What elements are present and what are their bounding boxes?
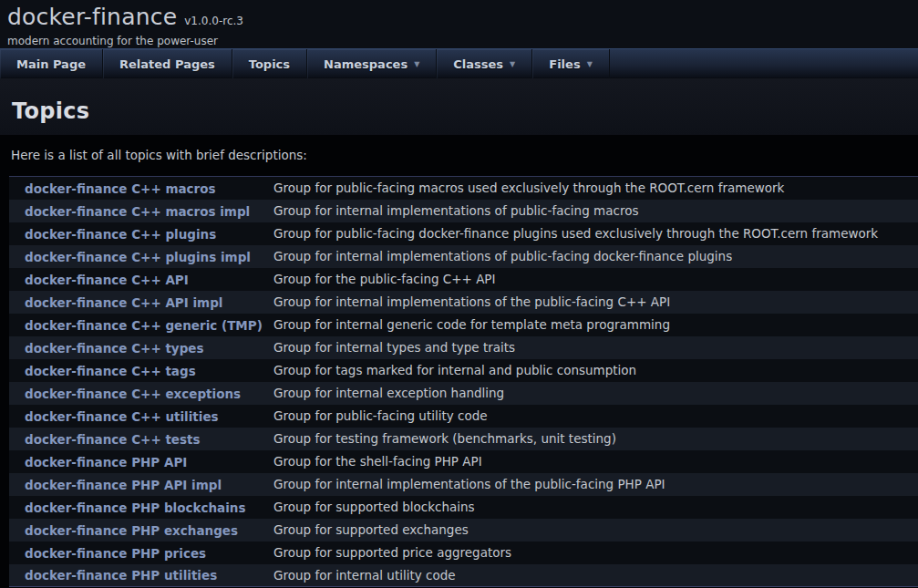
table-row: docker-finance PHP utilities Group for i… bbox=[9, 564, 918, 587]
table-row: docker-finance C++ macros impl Group for… bbox=[9, 200, 918, 222]
page-title: Topics bbox=[12, 98, 906, 124]
topic-entry-cell: docker-finance PHP exchanges bbox=[9, 519, 273, 542]
topic-description: Group for internal implementations of th… bbox=[273, 473, 918, 496]
table-row: docker-finance C++ API Group for the pub… bbox=[9, 268, 918, 291]
topic-description: Group for tags marked for internal and p… bbox=[273, 359, 918, 382]
table-row: docker-finance C++ tags Group for tags m… bbox=[9, 359, 918, 382]
topic-description: Group for public-facing utility code bbox=[273, 405, 918, 428]
nav-tab-label: Classes bbox=[453, 57, 503, 71]
project-brief: modern accounting for the power-user bbox=[7, 35, 911, 47]
topic-link[interactable]: docker-finance C++ types bbox=[25, 341, 204, 356]
intro-text: Here is a list of all topics with brief … bbox=[11, 148, 918, 162]
contents: Here is a list of all topics with brief … bbox=[0, 148, 918, 587]
chevron-down-icon: ▼ bbox=[510, 61, 515, 68]
topic-entry-cell: docker-finance C++ API impl bbox=[9, 291, 273, 314]
table-row: docker-finance C++ exceptions Group for … bbox=[9, 382, 918, 405]
project-version: v1.0.0-rc.3 bbox=[184, 15, 243, 27]
nav-tab[interactable]: Classes ▼ bbox=[437, 49, 532, 78]
topic-description: Group for supported exchanges bbox=[273, 519, 918, 542]
main-nav: Main Page ▼ Related Pages ▼ Topics ▼ Nam… bbox=[0, 48, 918, 78]
topic-entry-cell: docker-finance PHP API impl bbox=[9, 473, 273, 496]
topic-entry-cell: docker-finance PHP utilities bbox=[9, 564, 273, 587]
topic-description: Group for public-facing docker-finance p… bbox=[273, 222, 918, 245]
table-row: docker-finance PHP API impl Group for in… bbox=[9, 473, 918, 496]
table-row: docker-finance PHP prices Group for supp… bbox=[9, 542, 918, 564]
table-row: docker-finance PHP blockchains Group for… bbox=[9, 496, 918, 519]
topic-link[interactable]: docker-finance C++ utilities bbox=[25, 409, 219, 424]
topic-link[interactable]: docker-finance C++ plugins impl bbox=[25, 250, 251, 264]
topic-link[interactable]: docker-finance C++ tests bbox=[25, 432, 201, 447]
topic-entry-cell: docker-finance C++ macros impl bbox=[9, 200, 273, 222]
topic-link[interactable]: docker-finance C++ API bbox=[25, 273, 189, 287]
topics-table: docker-finance C++ macros Group for publ… bbox=[9, 176, 918, 587]
topic-description: Group for internal implementations of pu… bbox=[273, 245, 918, 268]
nav-tab-label: Topics bbox=[249, 57, 290, 71]
topic-description: Group for testing framework (benchmarks,… bbox=[273, 428, 918, 450]
topic-entry-cell: docker-finance PHP API bbox=[9, 450, 273, 473]
table-row: docker-finance C++ utilities Group for p… bbox=[9, 405, 918, 428]
topic-link[interactable]: docker-finance C++ exceptions bbox=[25, 387, 241, 401]
topic-link[interactable]: docker-finance C++ generic (TMP) bbox=[25, 318, 263, 333]
table-row: docker-finance PHP API Group for the she… bbox=[9, 450, 918, 473]
nav-tab-label: Related Pages bbox=[119, 57, 215, 71]
nav-tab[interactable]: Main Page ▼ bbox=[0, 49, 103, 78]
topic-entry-cell: docker-finance C++ types bbox=[9, 336, 273, 359]
topic-entry-cell: docker-finance C++ plugins bbox=[9, 222, 273, 245]
project-name: docker-finance bbox=[7, 4, 177, 30]
topic-entry-cell: docker-finance PHP blockchains bbox=[9, 496, 273, 519]
topic-link[interactable]: docker-finance C++ tags bbox=[25, 364, 196, 378]
nav-tab-label: Files bbox=[549, 57, 580, 71]
topic-entry-cell: docker-finance C++ utilities bbox=[9, 405, 273, 428]
nav-tab[interactable]: Files ▼ bbox=[532, 49, 610, 78]
nav-tab[interactable]: Related Pages ▼ bbox=[103, 49, 232, 78]
topic-entry-cell: docker-finance C++ tags bbox=[9, 359, 273, 382]
table-row: docker-finance PHP exchanges Group for s… bbox=[9, 519, 918, 542]
table-row: docker-finance C++ API impl Group for in… bbox=[9, 291, 918, 314]
topic-entry-cell: docker-finance C++ macros bbox=[9, 177, 273, 200]
table-row: docker-finance C++ plugins Group for pub… bbox=[9, 222, 918, 245]
nav-tab[interactable]: Namespaces ▼ bbox=[307, 49, 437, 78]
page-header: Topics bbox=[0, 78, 918, 135]
table-row: docker-finance C++ macros Group for publ… bbox=[9, 177, 918, 200]
topic-link[interactable]: docker-finance PHP API bbox=[25, 455, 187, 469]
topic-entry-cell: docker-finance PHP prices bbox=[9, 542, 273, 564]
title-area: docker-finance v1.0.0-rc.3 modern accoun… bbox=[0, 0, 918, 48]
topic-description: Group for supported blockchains bbox=[273, 496, 918, 519]
topic-entry-cell: docker-finance C++ exceptions bbox=[9, 382, 273, 405]
table-row: docker-finance C++ plugins impl Group fo… bbox=[9, 245, 918, 268]
topic-link[interactable]: docker-finance C++ plugins bbox=[25, 227, 216, 242]
table-row: docker-finance C++ generic (TMP) Group f… bbox=[9, 314, 918, 336]
chevron-down-icon: ▼ bbox=[414, 61, 419, 68]
nav-tab-label: Main Page bbox=[16, 57, 86, 71]
topic-link[interactable]: docker-finance C++ API impl bbox=[25, 295, 222, 310]
table-row: docker-finance C++ tests Group for testi… bbox=[9, 428, 918, 450]
topic-description: Group for internal implementations of pu… bbox=[273, 200, 918, 222]
nav-tab[interactable]: Topics ▼ bbox=[232, 49, 307, 78]
topic-link[interactable]: docker-finance PHP blockchains bbox=[25, 500, 246, 515]
topic-link[interactable]: docker-finance PHP API impl bbox=[25, 478, 222, 492]
topic-link[interactable]: docker-finance PHP utilities bbox=[25, 568, 217, 583]
topic-description: Group for internal generic code for temp… bbox=[273, 314, 918, 336]
topic-entry-cell: docker-finance C++ API bbox=[9, 268, 273, 291]
topic-link[interactable]: docker-finance PHP exchanges bbox=[25, 523, 238, 538]
topic-entry-cell: docker-finance C++ plugins impl bbox=[9, 245, 273, 268]
topic-description: Group for supported price aggregators bbox=[273, 542, 918, 564]
topic-description: Group for internal implementations of th… bbox=[273, 291, 918, 314]
topic-entry-cell: docker-finance C++ generic (TMP) bbox=[9, 314, 273, 336]
chevron-down-icon: ▼ bbox=[587, 61, 593, 68]
topic-description: Group for the shell-facing PHP API bbox=[273, 450, 918, 473]
topic-entry-cell: docker-finance C++ tests bbox=[9, 428, 273, 450]
table-row: docker-finance C++ types Group for inter… bbox=[9, 336, 918, 359]
topic-link[interactable]: docker-finance C++ macros bbox=[25, 181, 216, 196]
topic-description: Group for internal types and type traits bbox=[273, 336, 918, 359]
topic-description: Group for public-facing macros used excl… bbox=[273, 177, 918, 200]
topic-link[interactable]: docker-finance C++ macros impl bbox=[25, 204, 250, 219]
topic-link[interactable]: docker-finance PHP prices bbox=[25, 546, 206, 561]
topic-description: Group for the public-facing C++ API bbox=[273, 268, 918, 291]
topic-description: Group for internal exception handling bbox=[273, 382, 918, 405]
topic-description: Group for internal utility code bbox=[273, 564, 918, 587]
nav-tab-label: Namespaces bbox=[324, 57, 407, 71]
